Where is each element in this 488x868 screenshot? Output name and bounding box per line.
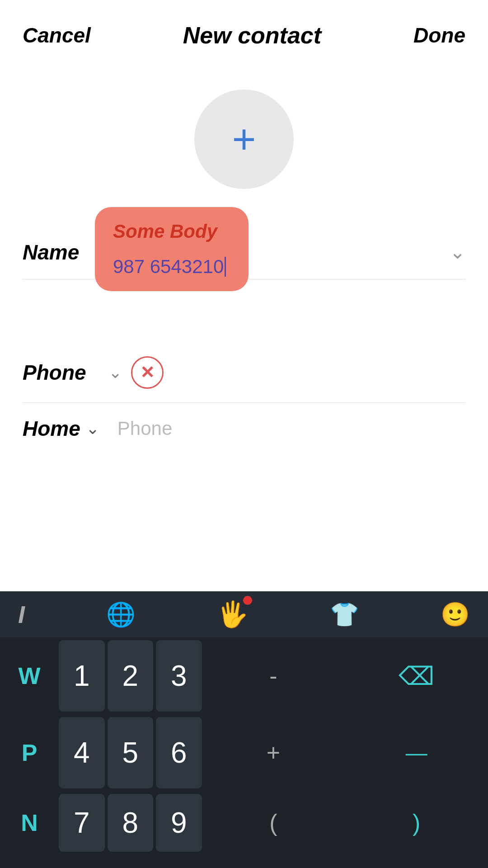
kb-w-key[interactable]: W — [0, 637, 59, 714]
kb-key-5[interactable]: 5 — [108, 717, 154, 788]
cancel-button[interactable]: Cancel — [23, 23, 91, 47]
name-label: Name — [23, 240, 104, 264]
kb-sym-close-paren[interactable]: ) — [345, 809, 488, 836]
emoji-icon[interactable]: 🙂 — [441, 601, 470, 628]
kb-sym-open-paren[interactable]: ( — [202, 809, 345, 836]
cursor-tool-icon[interactable]: I — [18, 600, 25, 628]
name-row: Name ⌄ Some Body 987 6543210 — [23, 225, 465, 279]
kb-row-2: P 4 5 6 + — — [0, 714, 488, 791]
kb-key-1[interactable]: 1 — [59, 640, 105, 712]
kb-key-3[interactable]: 3 — [156, 640, 202, 712]
phone-label: Phone — [23, 360, 104, 385]
kb-n-key[interactable]: N — [0, 791, 59, 854]
header: Cancel New contact Done — [0, 0, 488, 62]
shirt-icon[interactable]: 👕 — [330, 601, 359, 628]
kb-p-key[interactable]: P — [0, 714, 59, 791]
kb-num-group-3: 7 8 9 — [59, 791, 202, 854]
kb-key-9[interactable]: 9 — [156, 794, 202, 852]
mic-icon[interactable]: 🖐 — [217, 600, 249, 628]
name-chevron-icon[interactable]: ⌄ — [450, 241, 465, 263]
mic-container: 🖐 — [217, 599, 249, 629]
kb-row-3: N 7 8 9 ( ) — [0, 791, 488, 868]
kb-sym-long-dash[interactable]: — — [345, 741, 488, 765]
kb-num-group-1: 1 2 3 — [59, 637, 202, 714]
home-phone-placeholder[interactable]: Phone — [117, 418, 172, 439]
kb-num-group-2: 4 5 6 — [59, 714, 202, 791]
highlight-card: Some Body 987 6543210 — [95, 207, 249, 291]
mic-recording-dot — [243, 596, 252, 605]
kb-backspace-button[interactable] — [345, 661, 488, 691]
phone-type-dropdown[interactable]: ⌄ — [108, 363, 122, 382]
globe-icon[interactable]: 🌐 — [106, 601, 136, 628]
kb-key-6[interactable]: 6 — [156, 717, 202, 788]
kb-sym-plus[interactable]: + — [202, 739, 345, 766]
kb-key-7[interactable]: 7 — [59, 794, 105, 852]
kb-row-1: W 1 2 3 - — [0, 637, 488, 714]
avatar-area: + — [0, 62, 488, 225]
form-section: Name ⌄ Some Body 987 6543210 Phone ⌄ ✕ H… — [0, 225, 488, 454]
name-field-highlight[interactable]: Some Body — [113, 221, 230, 242]
plus-icon: + — [232, 119, 256, 160]
kb-key-4[interactable]: 4 — [59, 717, 105, 788]
home-row: Home ⌄ Phone — [23, 403, 465, 454]
kb-key-8[interactable]: 8 — [108, 794, 154, 852]
done-button[interactable]: Done — [413, 23, 465, 47]
kb-tool-center: 🖐 — [217, 599, 249, 629]
home-type-dropdown[interactable]: ⌄ — [86, 419, 99, 438]
phone-row: Phone ⌄ ✕ — [23, 343, 465, 403]
keyboard-toolbar: I 🌐 🖐 👕 🙂 — [0, 591, 488, 637]
phone-clear-button[interactable]: ✕ — [131, 356, 164, 389]
backspace-icon — [399, 661, 434, 691]
home-label: Home — [23, 416, 80, 441]
kb-key-2[interactable]: 2 — [108, 640, 154, 712]
clear-x-icon: ✕ — [140, 363, 155, 382]
keyboard: I 🌐 🖐 👕 🙂 W 1 2 3 - P 4 5 6 + — [0, 591, 488, 868]
add-photo-button[interactable]: + — [194, 90, 294, 189]
page-title: New contact — [183, 22, 321, 49]
phone-field-highlight[interactable]: 987 6543210 — [113, 256, 230, 278]
kb-sym-dash[interactable]: - — [202, 662, 345, 689]
